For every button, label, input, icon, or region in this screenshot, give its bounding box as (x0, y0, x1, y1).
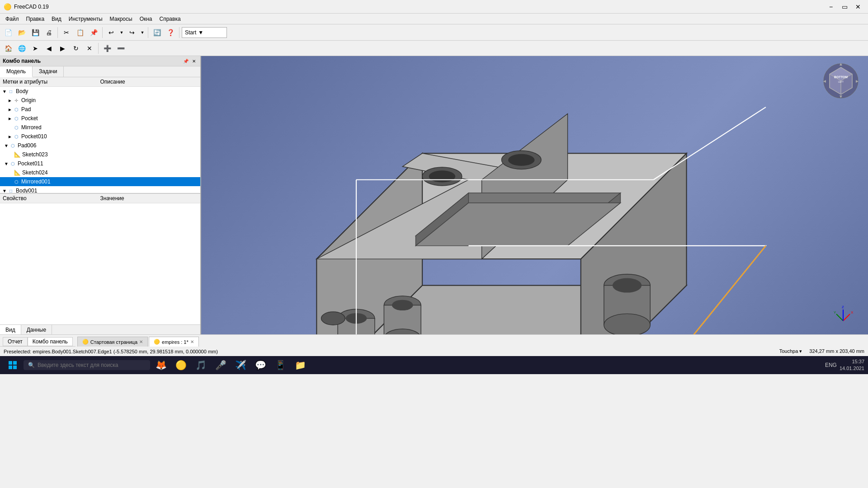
nav-cube[interactable]: BOTTOM LEFT ▼ ▲ ► ◄ (823, 63, 859, 99)
menu-edit[interactable]: Правка (23, 15, 48, 23)
nav-home-button[interactable]: 🏠 (2, 42, 14, 55)
minimize-button[interactable]: − (825, 2, 837, 11)
tab-model[interactable]: Модель (0, 66, 33, 77)
bottom-tab-view[interactable]: Вид (0, 325, 21, 334)
tree-item-pad006[interactable]: ▼ ⬡ Pad006 (0, 141, 200, 150)
taskbar-audacity[interactable]: 🎤 (212, 357, 229, 373)
svg-point-13 (508, 154, 534, 166)
nav-sync-button[interactable]: ↻ (70, 42, 82, 55)
undo-button[interactable]: ↩ (105, 26, 118, 39)
taskbar-whatsapp[interactable]: 📱 (272, 357, 288, 373)
viewport[interactable]: BOTTOM LEFT ▼ ▲ ► ◄ X Y Z (201, 56, 868, 334)
panel-pin-button[interactable]: 📌 (182, 57, 189, 65)
close-button[interactable]: ✕ (852, 2, 864, 11)
tree-arrow-origin[interactable]: ► (7, 98, 13, 103)
tree-area[interactable]: ▼ □ Body ► ✛ Origin ► ⬡ Pad ► (0, 87, 200, 193)
search-input[interactable] (38, 362, 146, 368)
combo-panel-header: Комбо панель 📌 ✕ (0, 56, 200, 66)
taskbar-telegram[interactable]: ✈️ (232, 357, 249, 373)
tree-arrow-pocket010[interactable]: ► (7, 134, 13, 139)
taskbar-files[interactable]: 📁 (292, 357, 308, 373)
panel-close-button[interactable]: ✕ (190, 57, 198, 65)
tree-item-origin[interactable]: ► ✛ Origin (0, 96, 200, 105)
close-start-tab[interactable]: ✕ (139, 339, 143, 344)
open-button[interactable]: 📂 (15, 26, 28, 39)
title-bar-controls: − ▭ ✕ (825, 2, 864, 11)
redo-arrow-button[interactable]: ▼ (139, 26, 146, 39)
output-tab-report[interactable]: Отчет (3, 337, 28, 346)
empires-icon: 🟡 (154, 339, 160, 345)
tree-label-pocket010: Pocket010 (21, 133, 47, 140)
tree-item-mirrored001[interactable]: ⬡ Mirrored001 (0, 177, 200, 186)
mirrored001-icon: ⬡ (13, 178, 20, 185)
doc-tab-empires[interactable]: 🟡 empires : 1* ✕ (149, 337, 199, 347)
body-icon: □ (7, 88, 14, 95)
tree-item-sketch024[interactable]: 📐 Sketch024 (0, 168, 200, 177)
tree-item-body[interactable]: ▼ □ Body (0, 87, 200, 96)
menu-view[interactable]: Вид (48, 15, 65, 23)
tree-arrow-body001[interactable]: ▼ (2, 188, 7, 193)
menu-file[interactable]: Файл (2, 15, 23, 23)
nav-forward-arrow-button[interactable]: ➤ (29, 42, 42, 55)
menu-help[interactable]: Справка (156, 15, 184, 23)
new-button[interactable]: 📄 (2, 26, 14, 39)
nav-back-button[interactable]: ◀ (42, 42, 55, 55)
tree-arrow-body[interactable]: ▼ (2, 89, 7, 94)
menu-macros[interactable]: Макросы (106, 15, 136, 23)
start-button[interactable] (4, 357, 22, 373)
nav-toolbar: 🏠 🌐 ➤ ◀ ▶ ↻ ✕ ➕ ➖ (0, 41, 868, 56)
help-button[interactable]: ❓ (164, 26, 177, 39)
tree-item-mirrored[interactable]: ⬡ Mirrored (0, 123, 200, 132)
tree-label-mirrored001: Mirrored001 (21, 178, 51, 185)
doc-tab-start[interactable]: 🟡 Стартовая страница ✕ (77, 337, 148, 347)
nav-minus-button[interactable]: ➖ (114, 42, 127, 55)
panel-tabs: Модель Задачи (0, 66, 200, 77)
cut-button[interactable]: ✂ (60, 26, 73, 39)
tree-item-pocket[interactable]: ► ⬡ Pocket (0, 114, 200, 123)
redo-button[interactable]: ↪ (126, 26, 138, 39)
maximize-button[interactable]: ▭ (838, 2, 851, 11)
properties-area: Свойство Значение (0, 193, 200, 324)
svg-text:BOTTOM: BOTTOM (834, 75, 848, 79)
output-area: Отчет Комбо панель 🟡 Стартовая страница … (0, 334, 868, 346)
menu-tools[interactable]: Инструменты (65, 15, 106, 23)
nav-fwd-button[interactable]: ▶ (56, 42, 69, 55)
nav-globe-button[interactable]: 🌐 (15, 42, 28, 55)
search-bar[interactable]: 🔍 (24, 360, 150, 370)
tree-item-pocket010[interactable]: ► ⬡ Pocket010 (0, 132, 200, 141)
tab-tasks[interactable]: Задачи (33, 66, 64, 77)
refresh-button[interactable]: 🔄 (151, 26, 163, 39)
menu-windows[interactable]: Окна (136, 15, 156, 23)
tree-arrow-pad006[interactable]: ▼ (4, 143, 9, 148)
tree-arrow-pad[interactable]: ► (7, 107, 13, 112)
copy-button[interactable]: 📋 (74, 26, 86, 39)
taskbar-freecad[interactable]: 🟡 (173, 357, 189, 373)
tree-arrow-pocket[interactable]: ► (7, 116, 13, 121)
paste-button[interactable]: 📌 (87, 26, 100, 39)
taskbar-right: ENG 15:37 14.01.2021 (825, 358, 864, 372)
empires-label: empires : 1* (162, 339, 189, 345)
print-button[interactable]: 🖨 (42, 26, 55, 39)
tree-item-pocket011[interactable]: ▼ ⬡ Pocket011 (0, 159, 200, 168)
tree-arrow-pocket011[interactable]: ▼ (4, 161, 9, 166)
combo-panel-header-btns: 📌 ✕ (182, 57, 198, 65)
svg-line-43 (843, 314, 850, 321)
tree-item-pad[interactable]: ► ⬡ Pad (0, 105, 200, 114)
tree-label-sketch024: Sketch024 (22, 169, 48, 176)
output-tab-combo[interactable]: Комбо панель (28, 337, 73, 346)
nav-plus-button[interactable]: ➕ (101, 42, 113, 55)
doc-tabs: 🟡 Стартовая страница ✕ 🟡 empires : 1* ✕ (75, 335, 868, 347)
menu-bar: Файл Правка Вид Инструменты Макросы Окна… (0, 14, 868, 24)
tree-item-body001[interactable]: ▼ □ Body001 (0, 186, 200, 193)
nav-stop-button[interactable]: ✕ (83, 42, 96, 55)
workbench-dropdown[interactable]: Start ▼ (182, 27, 227, 38)
tree-label-sketch023: Sketch023 (22, 151, 48, 158)
taskbar-discord[interactable]: 💬 (252, 357, 269, 373)
bottom-tab-data[interactable]: Данные (21, 325, 52, 334)
close-empires-tab[interactable]: ✕ (190, 339, 194, 344)
tree-item-sketch023[interactable]: 📐 Sketch023 (0, 150, 200, 159)
taskbar-goldwave[interactable]: 🎵 (193, 357, 209, 373)
undo-arrow-button[interactable]: ▼ (118, 26, 125, 39)
save-button[interactable]: 💾 (29, 26, 42, 39)
taskbar-firefox[interactable]: 🦊 (153, 357, 169, 373)
